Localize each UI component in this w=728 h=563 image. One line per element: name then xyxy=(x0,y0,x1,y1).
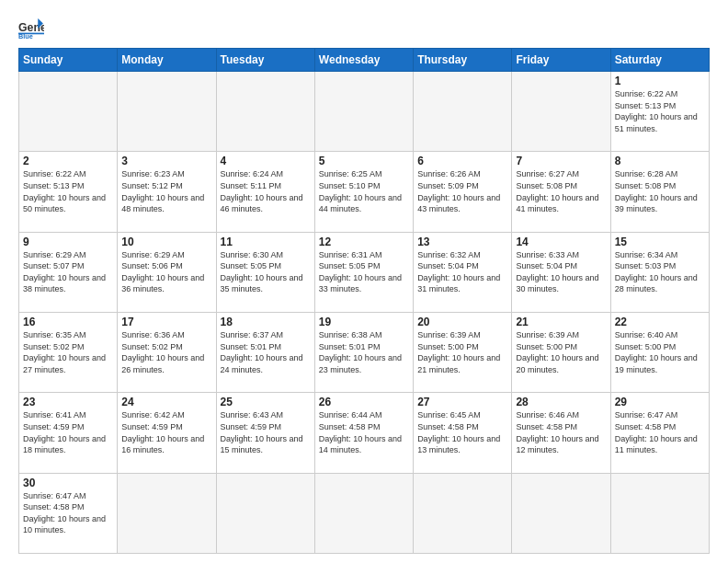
calendar-cell: 29Sunrise: 6:47 AMSunset: 4:58 PMDayligh… xyxy=(610,393,709,473)
day-number: 2 xyxy=(23,155,113,167)
svg-text:Blue: Blue xyxy=(18,32,33,40)
day-info: Sunrise: 6:39 AMSunset: 5:00 PMDaylight:… xyxy=(516,329,606,375)
day-number: 15 xyxy=(615,236,705,248)
calendar-cell: 9Sunrise: 6:29 AMSunset: 5:07 PMDaylight… xyxy=(19,232,118,312)
calendar-cell: 8Sunrise: 6:28 AMSunset: 5:08 PMDaylight… xyxy=(610,152,709,232)
calendar-cell: 3Sunrise: 6:23 AMSunset: 5:12 PMDaylight… xyxy=(118,152,216,232)
day-number: 4 xyxy=(221,155,311,167)
day-number: 7 xyxy=(516,155,606,167)
day-number: 22 xyxy=(615,316,705,328)
day-info: Sunrise: 6:30 AMSunset: 5:05 PMDaylight:… xyxy=(221,249,311,295)
calendar-cell xyxy=(216,72,314,152)
day-number: 13 xyxy=(417,236,507,248)
day-number: 25 xyxy=(221,396,311,408)
day-number: 26 xyxy=(319,396,409,408)
day-info: Sunrise: 6:35 AMSunset: 5:02 PMDaylight:… xyxy=(23,329,113,375)
calendar-cell: 4Sunrise: 6:24 AMSunset: 5:11 PMDaylight… xyxy=(216,152,314,232)
calendar-cell: 27Sunrise: 6:45 AMSunset: 4:58 PMDayligh… xyxy=(414,393,512,473)
header-wednesday: Wednesday xyxy=(314,49,413,72)
calendar-cell: 28Sunrise: 6:46 AMSunset: 4:58 PMDayligh… xyxy=(512,393,610,473)
calendar-cell: 7Sunrise: 6:27 AMSunset: 5:08 PMDaylight… xyxy=(512,152,610,232)
day-number: 9 xyxy=(23,236,113,248)
calendar-cell: 12Sunrise: 6:31 AMSunset: 5:05 PMDayligh… xyxy=(314,232,413,312)
day-info: Sunrise: 6:38 AMSunset: 5:01 PMDaylight:… xyxy=(319,329,409,375)
calendar-cell: 25Sunrise: 6:43 AMSunset: 4:59 PMDayligh… xyxy=(216,393,314,473)
calendar-cell: 30Sunrise: 6:47 AMSunset: 4:58 PMDayligh… xyxy=(19,473,118,553)
calendar-cell xyxy=(414,72,512,152)
day-info: Sunrise: 6:22 AMSunset: 5:13 PMDaylight:… xyxy=(615,88,705,134)
weekday-header-row: Sunday Monday Tuesday Wednesday Thursday… xyxy=(19,49,710,72)
day-info: Sunrise: 6:42 AMSunset: 4:59 PMDaylight:… xyxy=(121,409,211,455)
calendar-cell: 15Sunrise: 6:34 AMSunset: 5:03 PMDayligh… xyxy=(610,232,709,312)
header: General Blue xyxy=(18,15,710,40)
day-info: Sunrise: 6:39 AMSunset: 5:00 PMDaylight:… xyxy=(417,329,507,375)
day-number: 19 xyxy=(319,316,409,328)
day-number: 23 xyxy=(23,396,113,408)
calendar-cell: 24Sunrise: 6:42 AMSunset: 4:59 PMDayligh… xyxy=(118,393,216,473)
day-number: 14 xyxy=(516,236,606,248)
day-number: 18 xyxy=(221,316,311,328)
calendar-cell: 5Sunrise: 6:25 AMSunset: 5:10 PMDaylight… xyxy=(314,152,413,232)
header-sunday: Sunday xyxy=(19,49,118,72)
day-number: 27 xyxy=(417,396,507,408)
calendar-week-row: 1Sunrise: 6:22 AMSunset: 5:13 PMDaylight… xyxy=(19,72,710,152)
day-number: 5 xyxy=(319,155,409,167)
day-number: 10 xyxy=(121,236,211,248)
day-info: Sunrise: 6:29 AMSunset: 5:07 PMDaylight:… xyxy=(23,249,113,295)
day-info: Sunrise: 6:25 AMSunset: 5:10 PMDaylight:… xyxy=(319,168,409,214)
day-info: Sunrise: 6:32 AMSunset: 5:04 PMDaylight:… xyxy=(417,249,507,295)
calendar-cell: 21Sunrise: 6:39 AMSunset: 5:00 PMDayligh… xyxy=(512,312,610,392)
day-info: Sunrise: 6:33 AMSunset: 5:04 PMDaylight:… xyxy=(516,249,606,295)
day-info: Sunrise: 6:47 AMSunset: 4:58 PMDaylight:… xyxy=(23,490,113,536)
calendar-cell: 17Sunrise: 6:36 AMSunset: 5:02 PMDayligh… xyxy=(118,312,216,392)
calendar-cell: 18Sunrise: 6:37 AMSunset: 5:01 PMDayligh… xyxy=(216,312,314,392)
day-info: Sunrise: 6:44 AMSunset: 4:58 PMDaylight:… xyxy=(319,409,409,455)
calendar-cell: 26Sunrise: 6:44 AMSunset: 4:58 PMDayligh… xyxy=(314,393,413,473)
day-number: 24 xyxy=(121,396,211,408)
day-number: 3 xyxy=(121,155,211,167)
header-tuesday: Tuesday xyxy=(216,49,314,72)
day-number: 1 xyxy=(615,75,705,87)
day-info: Sunrise: 6:37 AMSunset: 5:01 PMDaylight:… xyxy=(221,329,311,375)
day-info: Sunrise: 6:22 AMSunset: 5:13 PMDaylight:… xyxy=(23,168,113,214)
day-number: 29 xyxy=(615,396,705,408)
calendar-week-row: 30Sunrise: 6:47 AMSunset: 4:58 PMDayligh… xyxy=(19,473,710,553)
header-friday: Friday xyxy=(512,49,610,72)
day-number: 6 xyxy=(417,155,507,167)
day-number: 17 xyxy=(121,316,211,328)
logo-shape: General Blue xyxy=(18,15,44,40)
calendar-week-row: 23Sunrise: 6:41 AMSunset: 4:59 PMDayligh… xyxy=(19,393,710,473)
day-info: Sunrise: 6:29 AMSunset: 5:06 PMDaylight:… xyxy=(121,249,211,295)
day-info: Sunrise: 6:43 AMSunset: 4:59 PMDaylight:… xyxy=(221,409,311,455)
calendar-week-row: 9Sunrise: 6:29 AMSunset: 5:07 PMDaylight… xyxy=(19,232,710,312)
calendar-cell: 16Sunrise: 6:35 AMSunset: 5:02 PMDayligh… xyxy=(19,312,118,392)
calendar-cell xyxy=(118,473,216,553)
calendar-cell: 14Sunrise: 6:33 AMSunset: 5:04 PMDayligh… xyxy=(512,232,610,312)
day-info: Sunrise: 6:27 AMSunset: 5:08 PMDaylight:… xyxy=(516,168,606,214)
day-number: 28 xyxy=(516,396,606,408)
header-monday: Monday xyxy=(118,49,216,72)
day-number: 8 xyxy=(615,155,705,167)
calendar-cell xyxy=(314,473,413,553)
calendar-cell: 11Sunrise: 6:30 AMSunset: 5:05 PMDayligh… xyxy=(216,232,314,312)
calendar-cell: 1Sunrise: 6:22 AMSunset: 5:13 PMDaylight… xyxy=(610,72,709,152)
logo-icon: General Blue xyxy=(18,15,44,40)
day-info: Sunrise: 6:23 AMSunset: 5:12 PMDaylight:… xyxy=(121,168,211,214)
header-thursday: Thursday xyxy=(414,49,512,72)
day-info: Sunrise: 6:41 AMSunset: 4:59 PMDaylight:… xyxy=(23,409,113,455)
day-info: Sunrise: 6:40 AMSunset: 5:00 PMDaylight:… xyxy=(615,329,705,375)
calendar-cell xyxy=(512,72,610,152)
calendar-cell xyxy=(314,72,413,152)
calendar-cell: 20Sunrise: 6:39 AMSunset: 5:00 PMDayligh… xyxy=(414,312,512,392)
calendar-week-row: 2Sunrise: 6:22 AMSunset: 5:13 PMDaylight… xyxy=(19,152,710,232)
day-info: Sunrise: 6:47 AMSunset: 4:58 PMDaylight:… xyxy=(615,409,705,455)
calendar-cell xyxy=(414,473,512,553)
day-info: Sunrise: 6:28 AMSunset: 5:08 PMDaylight:… xyxy=(615,168,705,214)
day-info: Sunrise: 6:45 AMSunset: 4:58 PMDaylight:… xyxy=(417,409,507,455)
calendar-page: General Blue Sunday Monday Tuesday Wedne… xyxy=(0,0,728,563)
calendar-cell xyxy=(216,473,314,553)
calendar-cell: 13Sunrise: 6:32 AMSunset: 5:04 PMDayligh… xyxy=(414,232,512,312)
calendar-cell xyxy=(512,473,610,553)
day-number: 30 xyxy=(23,477,113,489)
calendar-cell: 10Sunrise: 6:29 AMSunset: 5:06 PMDayligh… xyxy=(118,232,216,312)
